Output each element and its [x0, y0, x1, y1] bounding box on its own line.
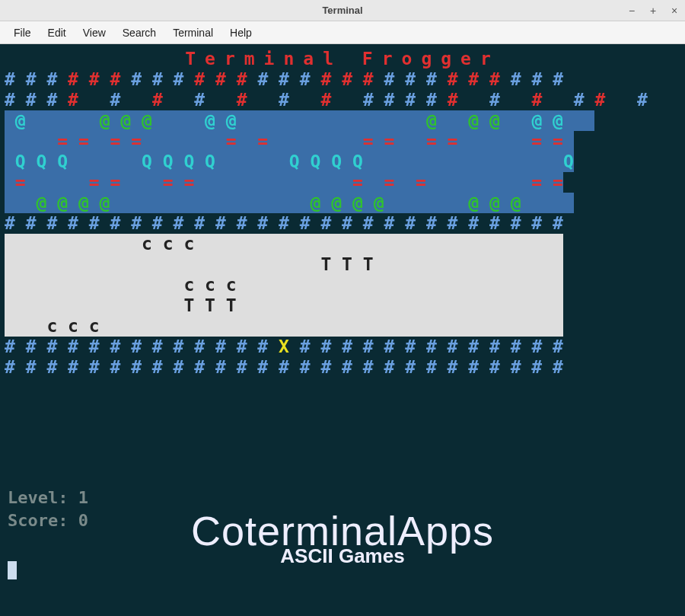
- window-title: Terminal: [322, 5, 362, 16]
- level-label: Level:: [8, 488, 68, 507]
- game-row: c c c: [5, 234, 680, 254]
- game-row: T T T: [5, 295, 680, 316]
- game-row: @ @ @ @ @ @ @ @ @ @ @: [5, 110, 680, 131]
- cursor-icon: [8, 561, 17, 579]
- game-row: = = = = = = = = = =: [5, 172, 680, 193]
- game-title: Terminal Frogger: [5, 49, 680, 69]
- game-row: Q Q Q Q Q Q Q Q Q Q Q Q: [5, 152, 680, 172]
- menu-edit[interactable]: Edit: [42, 24, 72, 42]
- game-row: # # # # # # # # # # # # # # # # # # # # …: [5, 213, 680, 234]
- terminal-window: Terminal − + × File Edit View Search Ter…: [0, 0, 685, 616]
- menu-file[interactable]: File: [8, 24, 37, 42]
- brand-subtitle: ASCII Games: [0, 546, 685, 567]
- game-row: T T T: [5, 254, 680, 275]
- game-board: # # # # # # # # # # # # # # # # # # # # …: [5, 69, 680, 378]
- menu-terminal[interactable]: Terminal: [167, 24, 219, 42]
- titlebar: Terminal − + ×: [0, 0, 685, 21]
- close-button[interactable]: ×: [668, 5, 680, 17]
- maximize-button[interactable]: +: [647, 5, 659, 17]
- game-row: = = = = = = = = = = = =: [5, 131, 680, 152]
- minimize-button[interactable]: −: [626, 5, 638, 17]
- game-row: # # # # # # # # # # # # # # # # # # # # …: [5, 357, 680, 378]
- window-controls: − + ×: [626, 5, 680, 17]
- level-value: 1: [78, 488, 88, 507]
- game-row: @ @ @ @ @ @ @ @ @ @ @: [5, 193, 680, 213]
- brand-name: CoterminalApps: [0, 521, 685, 541]
- game-row: c c c: [5, 316, 680, 337]
- menu-help[interactable]: Help: [224, 24, 258, 42]
- game-row: # # # # # # # # # # # # # X # # # # # # …: [5, 337, 680, 357]
- game-row: # # # # # # # # # # # # # # # # # # # # …: [5, 69, 680, 90]
- terminal-area[interactable]: Terminal Frogger # # # # # # # # # # # #…: [0, 44, 685, 616]
- menubar: File Edit View Search Terminal Help: [0, 21, 685, 44]
- brand-block: CoterminalApps ASCII Games: [0, 521, 685, 567]
- game-row: c c c: [5, 275, 680, 295]
- game-row: # # # # # # # # # # # # # # # # # # # #: [5, 90, 680, 110]
- menu-search[interactable]: Search: [116, 24, 162, 42]
- menu-view[interactable]: View: [77, 24, 112, 42]
